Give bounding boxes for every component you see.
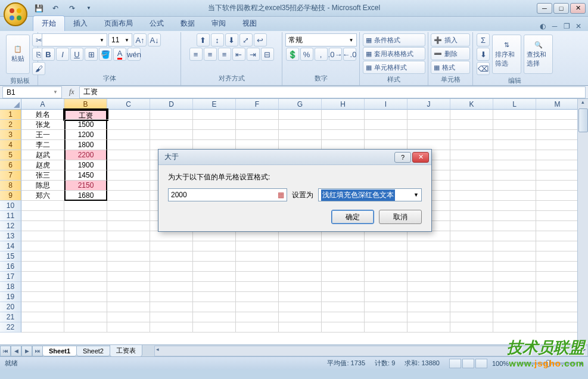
cell-A15[interactable] [21, 251, 64, 262]
cell-L13[interactable] [493, 231, 536, 241]
row-header-21[interactable]: 21 [0, 312, 21, 322]
tab-home[interactable]: 开始 [33, 15, 65, 31]
tab-nav-last-icon[interactable]: ⏭ [32, 346, 43, 356]
undo-icon[interactable]: ↶ [49, 2, 62, 15]
column-header-H[interactable]: H [322, 99, 365, 110]
cell-D17[interactable] [150, 272, 193, 282]
cell-E14[interactable] [193, 241, 236, 251]
cell-K20[interactable] [450, 302, 493, 312]
row-header-9[interactable]: 9 [0, 191, 21, 201]
cell-K9[interactable] [450, 191, 493, 201]
cell-K3[interactable] [450, 130, 493, 140]
cell-G20[interactable] [279, 302, 322, 312]
cell-J21[interactable] [407, 312, 450, 322]
cell-M19[interactable] [536, 292, 579, 302]
cell-I14[interactable] [365, 241, 407, 251]
cell-C17[interactable] [107, 272, 150, 282]
cell-D19[interactable] [150, 292, 193, 302]
cell-M18[interactable] [536, 282, 579, 292]
cell-A4[interactable]: 李二 [21, 140, 64, 150]
cell-M5[interactable] [536, 150, 579, 160]
cell-G13[interactable] [279, 231, 322, 241]
tab-review[interactable]: 审阅 [203, 16, 234, 31]
redo-icon[interactable]: ↷ [66, 2, 79, 15]
cell-J15[interactable] [407, 251, 450, 262]
cell-C1[interactable] [107, 110, 150, 120]
find-select-button[interactable]: 🔍查找和选择 [524, 35, 553, 74]
cell-A17[interactable] [21, 272, 64, 282]
format-cells-button[interactable]: ▦格式 [431, 61, 470, 74]
office-button[interactable] [4, 2, 27, 26]
cell-A10[interactable] [21, 201, 64, 211]
vertical-scrollbar[interactable] [577, 99, 588, 344]
cell-J14[interactable] [407, 241, 450, 251]
cell-M20[interactable] [536, 302, 579, 312]
autosum-icon[interactable]: Σ [477, 33, 490, 46]
cell-K13[interactable] [450, 231, 493, 241]
cell-A22[interactable] [21, 322, 64, 333]
cell-C14[interactable] [107, 241, 150, 251]
cell-B16[interactable] [64, 262, 107, 272]
cell-G19[interactable] [279, 292, 322, 302]
sheet-tab-1[interactable]: Sheet1 [42, 346, 77, 356]
cell-C8[interactable] [107, 181, 150, 191]
cell-D18[interactable] [150, 282, 193, 292]
cell-K10[interactable] [450, 201, 493, 211]
cell-K8[interactable] [450, 181, 493, 191]
cell-K14[interactable] [450, 241, 493, 251]
cell-G16[interactable] [279, 262, 322, 272]
row-header-2[interactable]: 2 [0, 120, 21, 130]
cell-M6[interactable] [536, 160, 579, 170]
cell-L20[interactable] [493, 302, 536, 312]
table-format-button[interactable]: ▦套用表格格式 [363, 47, 425, 60]
row-header-14[interactable]: 14 [0, 241, 21, 251]
save-icon[interactable]: 💾 [32, 2, 45, 15]
cell-B11[interactable] [64, 211, 107, 221]
cell-I1[interactable] [365, 110, 407, 120]
cell-L14[interactable] [493, 241, 536, 251]
cell-B17[interactable] [64, 272, 107, 282]
formula-input[interactable]: 工资 [79, 86, 586, 98]
page-layout-view-icon[interactable] [462, 359, 474, 368]
cell-C21[interactable] [107, 312, 150, 322]
tab-view[interactable]: 视图 [234, 16, 265, 31]
row-header-20[interactable]: 20 [0, 302, 21, 312]
cell-M3[interactable] [536, 130, 579, 140]
cell-E17[interactable] [193, 272, 236, 282]
delete-cells-button[interactable]: ➖删除 [431, 47, 470, 60]
cell-M7[interactable] [536, 170, 579, 181]
cell-L21[interactable] [493, 312, 536, 322]
phonetic-icon[interactable]: wén [127, 48, 141, 61]
cell-A8[interactable]: 陈思 [21, 181, 64, 191]
cell-K22[interactable] [450, 322, 493, 333]
cell-H16[interactable] [322, 262, 365, 272]
cell-B18[interactable] [64, 282, 107, 292]
align-top-icon[interactable]: ⬆ [197, 33, 210, 46]
sheet-tab-3[interactable]: 工资表 [110, 344, 142, 357]
cell-K1[interactable] [450, 110, 493, 120]
cell-L1[interactable] [493, 110, 536, 120]
row-header-3[interactable]: 3 [0, 130, 21, 140]
cell-K4[interactable] [450, 140, 493, 150]
cell-M15[interactable] [536, 251, 579, 262]
cell-I17[interactable] [365, 272, 407, 282]
cell-I15[interactable] [365, 251, 407, 262]
doc-restore-icon[interactable]: ❐ [562, 21, 571, 31]
cell-I19[interactable] [365, 292, 407, 302]
align-right-icon[interactable]: ≡ [218, 48, 231, 61]
column-header-K[interactable]: K [450, 99, 493, 110]
font-size-dropdown[interactable]: 11▼ [108, 33, 132, 46]
cell-B22[interactable] [64, 322, 107, 333]
cell-D14[interactable] [150, 241, 193, 251]
cell-B15[interactable] [64, 251, 107, 262]
page-break-view-icon[interactable] [475, 359, 487, 368]
cell-E13[interactable] [193, 231, 236, 241]
cell-F21[interactable] [236, 312, 279, 322]
percent-icon[interactable]: % [300, 48, 313, 61]
cell-K12[interactable] [450, 221, 493, 231]
row-header-19[interactable]: 19 [0, 292, 21, 302]
fx-icon[interactable]: fx [64, 88, 79, 97]
cell-G14[interactable] [279, 241, 322, 251]
cell-A20[interactable] [21, 302, 64, 312]
cell-M21[interactable] [536, 312, 579, 322]
